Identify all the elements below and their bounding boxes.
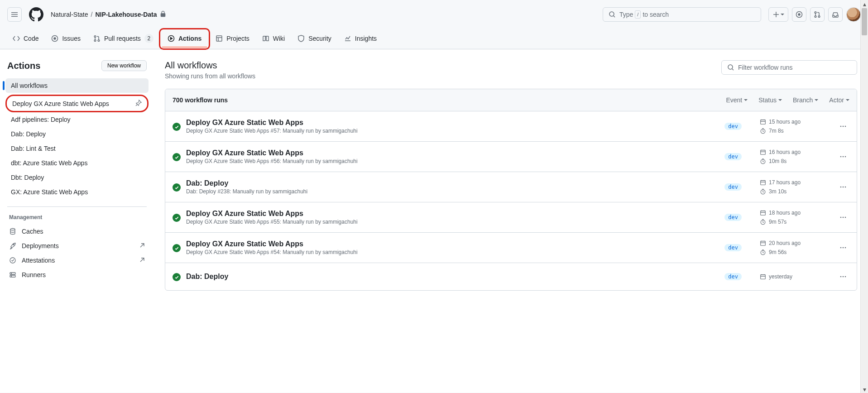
nav-code[interactable]: Code [7, 29, 44, 49]
filter-actor[interactable]: Actor [829, 96, 849, 104]
branch-badge[interactable]: dev [724, 183, 742, 191]
breadcrumb: Natural-State / NIP-Lakehouse-Data [51, 11, 166, 19]
notifications-button[interactable] [828, 7, 843, 22]
calendar-icon [760, 273, 766, 280]
sidebar-workflow-item[interactable]: GX: Azure Static Web Apps [5, 185, 149, 199]
branch-badge[interactable]: dev [724, 244, 742, 251]
run-title[interactable]: Deploy GX Azure Static Web Apps [186, 210, 706, 218]
page-subtitle: Showing runs from all workflows [165, 72, 255, 80]
filter-label: Branch [793, 96, 813, 104]
workflow-run-row[interactable]: Dab: Deploy Dab: Deploy #238: Manually r… [165, 172, 857, 202]
nav-projects[interactable]: Projects [210, 29, 255, 49]
filter-runs-input[interactable]: Filter workflow runs [721, 60, 857, 75]
sidebar-workflow-item[interactable]: Adf pipelines: Deploy [5, 112, 149, 127]
branch-badge[interactable]: dev [724, 123, 742, 130]
scrollbar-thumb[interactable] [862, 8, 867, 35]
run-menu-button[interactable] [837, 181, 849, 193]
sidebar-workflow-item[interactable]: Dbt: Deploy [5, 170, 149, 185]
scroll-up-arrow[interactable]: ▴ [861, 0, 868, 8]
verified-icon [9, 257, 16, 264]
pin-icon[interactable] [135, 100, 142, 107]
hamburger-menu[interactable] [7, 7, 22, 22]
nav-issues[interactable]: Issues [46, 29, 86, 49]
svg-point-37 [840, 217, 842, 218]
issues-button[interactable] [792, 7, 806, 22]
search-placeholder-prefix: Type [619, 11, 633, 18]
rocket-icon [9, 242, 16, 249]
run-title[interactable]: Deploy GX Azure Static Web Apps [186, 119, 706, 127]
pull-requests-button[interactable] [810, 7, 825, 22]
workflow-run-row[interactable]: Deploy GX Azure Static Web Apps Deploy G… [165, 142, 857, 172]
svg-rect-15 [10, 273, 15, 274]
svg-point-9 [94, 40, 96, 42]
user-avatar[interactable] [846, 7, 861, 22]
filter-label: Status [758, 96, 777, 104]
svg-rect-25 [761, 150, 766, 155]
scroll-down-arrow[interactable]: ▾ [861, 385, 868, 393]
git-pull-request-icon [814, 11, 821, 18]
workflow-run-row[interactable]: Deploy GX Azure Static Web Apps Deploy G… [165, 111, 857, 142]
sidebar-runners[interactable]: Runners [4, 268, 150, 282]
sidebar-workflow-item[interactable]: Dab: Lint & Test [5, 141, 149, 156]
sidebar-workflow-item[interactable]: Deploy GX Azure Static Web Apps [5, 95, 149, 112]
run-menu-button[interactable] [837, 150, 849, 163]
branch-badge[interactable]: dev [724, 214, 742, 221]
sidebar-management-label: Management [4, 214, 150, 224]
svg-point-4 [815, 16, 816, 18]
new-workflow-button[interactable]: New workflow [101, 60, 147, 71]
plus-icon [772, 11, 780, 18]
global-search[interactable]: Type / to search [603, 7, 761, 22]
workflow-run-row[interactable]: Deploy GX Azure Static Web Apps Deploy G… [165, 233, 857, 263]
run-menu-button[interactable] [837, 120, 849, 133]
run-title[interactable]: Deploy GX Azure Static Web Apps [186, 149, 706, 157]
svg-point-2 [798, 14, 800, 15]
sidebar-attestations[interactable]: Attestations [4, 253, 150, 268]
create-new-dropdown[interactable] [768, 7, 788, 22]
breadcrumb-repo[interactable]: NIP-Lakehouse-Data [95, 11, 157, 18]
sidebar-workflow-item[interactable]: dbt: Azure Static Web Apps [5, 156, 149, 170]
run-menu-button[interactable] [837, 241, 849, 254]
svg-point-24 [845, 126, 846, 127]
calendar-icon [760, 210, 766, 216]
sidebar-title: Actions [7, 61, 40, 71]
issue-icon [51, 35, 58, 42]
run-description: Deploy GX Azure Static Web Apps #56: Man… [186, 158, 706, 164]
github-logo[interactable] [29, 7, 43, 22]
filter-branch[interactable]: Branch [793, 96, 818, 104]
sidebar-workflow-item[interactable]: Dab: Deploy [5, 127, 149, 141]
kebab-icon [839, 123, 847, 130]
svg-rect-30 [761, 181, 766, 185]
workflow-run-row[interactable]: Deploy GX Azure Static Web Apps Deploy G… [165, 202, 857, 233]
search-kbd: / [635, 10, 641, 19]
nav-pull-requests[interactable]: Pull requests 2 [88, 29, 159, 49]
nav-actions[interactable]: Actions [162, 30, 207, 48]
run-title[interactable]: Deploy GX Azure Static Web Apps [186, 240, 706, 248]
breadcrumb-org[interactable]: Natural-State [51, 11, 88, 18]
sidebar-caches[interactable]: Caches [4, 224, 150, 239]
run-time: 16 hours ago [760, 149, 837, 155]
nav-wiki[interactable]: Wiki [257, 29, 290, 49]
code-icon [13, 35, 20, 42]
branch-badge[interactable]: dev [724, 273, 742, 280]
filter-status[interactable]: Status [758, 96, 782, 104]
run-menu-button[interactable] [837, 270, 849, 283]
run-title[interactable]: Dab: Deploy [186, 273, 706, 281]
run-menu-button[interactable] [837, 211, 849, 224]
repo-nav: Code Issues Pull requests 2 Actions Proj… [0, 29, 868, 49]
workflow-run-row[interactable]: Dab: Deploy dev yesterday [165, 263, 857, 290]
run-time: 20 hours ago [760, 240, 837, 246]
filter-placeholder: Filter workflow runs [738, 64, 793, 71]
filter-event[interactable]: Event [726, 96, 748, 104]
run-title[interactable]: Dab: Deploy [186, 179, 706, 187]
scrollbar[interactable]: ▴ ▾ [860, 0, 868, 393]
runs-count: 700 workflow runs [173, 96, 228, 104]
table-icon [216, 35, 223, 42]
sidebar-deployments[interactable]: Deployments [4, 239, 150, 253]
sidebar-all-workflows[interactable]: All workflows [5, 78, 149, 93]
nav-security[interactable]: Security [292, 29, 337, 49]
svg-rect-16 [10, 275, 15, 277]
run-duration: 3m 10s [760, 188, 837, 195]
nav-insights[interactable]: Insights [339, 29, 382, 49]
branch-badge[interactable]: dev [724, 153, 742, 160]
kebab-icon [839, 183, 847, 191]
